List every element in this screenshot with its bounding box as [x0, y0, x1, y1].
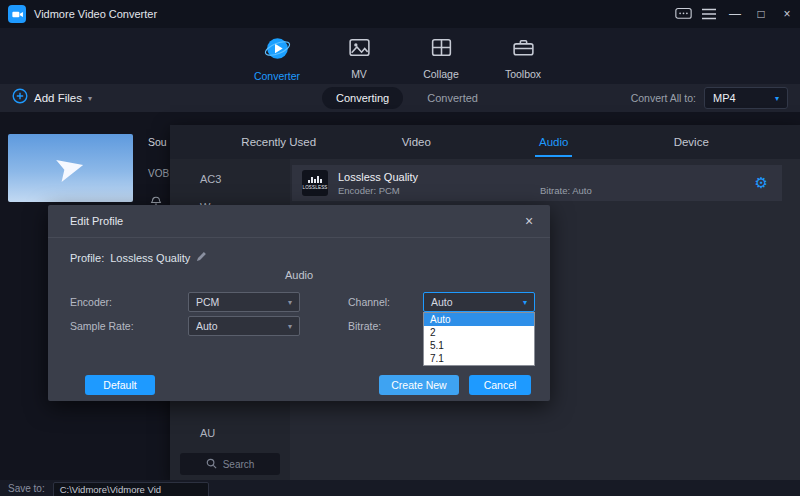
profile-title: Lossless Quality: [338, 171, 418, 183]
sidebar-item[interactable]: AC3: [170, 165, 290, 193]
main-nav: Converter MV Collage Toolbox: [0, 28, 800, 84]
converted-tab[interactable]: Converted: [427, 92, 478, 104]
app-window: Vidmore Video Converter — □ × Converter: [0, 0, 800, 496]
sample-rate-label: Sample Rate:: [70, 316, 134, 336]
channel-options-list: Auto 2 5.1 7.1: [423, 312, 535, 366]
convert-state-toggle: Converting Converted: [322, 87, 478, 109]
chevron-down-icon: ▾: [88, 94, 92, 103]
convert-all-label: Convert All to:: [631, 92, 696, 104]
option-auto[interactable]: Auto: [424, 313, 534, 326]
gear-icon[interactable]: ⚙: [755, 173, 768, 193]
app-logo-icon: [8, 5, 26, 23]
close-button[interactable]: ×: [774, 0, 800, 28]
airplane-image: [52, 150, 88, 186]
converting-tab[interactable]: Converting: [322, 87, 403, 109]
save-path-select[interactable]: C:\Vidmore\Vidmore Vid: [53, 482, 209, 496]
chevron-down-icon: ▾: [523, 298, 527, 307]
tab-audio[interactable]: Audio: [485, 125, 623, 159]
titlebar: Vidmore Video Converter — □ ×: [0, 0, 800, 28]
tab-collage[interactable]: Collage: [412, 35, 470, 84]
profile-bitrate: Bitrate: Auto: [540, 185, 592, 196]
profile-label: Profile:: [70, 252, 104, 264]
nav-label: MV: [351, 68, 367, 80]
add-files-label: Add Files: [34, 92, 82, 104]
convert-all-value: MP4: [713, 92, 775, 104]
dialog-header: Edit Profile ×: [48, 205, 550, 238]
nav-label: Converter: [254, 70, 300, 82]
channel-dropdown[interactable]: Auto ▾: [423, 292, 535, 312]
format-tabs: Recently Used Video Audio Device: [170, 125, 800, 159]
tab-mv[interactable]: MV: [330, 35, 388, 84]
chevron-down-icon: ▾: [288, 322, 292, 331]
option-5-1[interactable]: 5.1: [424, 339, 534, 352]
tab-video[interactable]: Video: [348, 125, 486, 159]
add-files-button[interactable]: Add Files ▾: [12, 88, 92, 108]
file-source-text: Sou: [148, 136, 167, 148]
channel-label: Channel:: [348, 292, 390, 312]
tab-device[interactable]: Device: [623, 125, 761, 159]
close-icon[interactable]: ×: [520, 212, 538, 230]
section-title: Audio: [48, 269, 550, 281]
video-thumbnail: [8, 134, 133, 202]
dialog-title: Edit Profile: [70, 205, 123, 238]
create-new-button[interactable]: Create New: [379, 375, 459, 395]
tab-recently-used[interactable]: Recently Used: [210, 125, 348, 159]
profile-list-item[interactable]: LOSSLESS Lossless Quality Encoder: PCM B…: [292, 165, 782, 201]
default-button[interactable]: Default: [85, 375, 155, 395]
convert-all-select[interactable]: MP4 ▾: [704, 87, 788, 109]
cancel-button[interactable]: Cancel: [469, 375, 531, 395]
encoder-label: Encoder:: [70, 292, 112, 312]
lossless-badge-icon: LOSSLESS: [302, 170, 328, 196]
minimize-button[interactable]: —: [722, 0, 748, 28]
sample-rate-dropdown[interactable]: Auto ▾: [188, 316, 300, 336]
profile-encoder: Encoder: PCM: [338, 185, 418, 196]
mv-icon: [347, 35, 372, 64]
nav-label: Toolbox: [505, 68, 541, 80]
chevron-down-icon: ▾: [288, 298, 292, 307]
search-icon: [206, 455, 217, 473]
search-input[interactable]: Search: [180, 453, 280, 475]
maximize-button[interactable]: □: [748, 0, 774, 28]
tab-toolbox[interactable]: Toolbox: [494, 35, 552, 84]
footer-bar: Save to: C:\Vidmore\Vidmore Vid: [0, 480, 800, 496]
feedback-icon[interactable]: [670, 0, 696, 28]
convert-all-group: Convert All to: MP4 ▾: [631, 87, 788, 109]
chevron-down-icon: ▾: [775, 94, 779, 103]
tab-converter[interactable]: Converter: [248, 35, 306, 84]
edit-profile-dialog: Edit Profile × Profile: Lossless Quality…: [48, 205, 550, 401]
add-icon: [12, 88, 28, 108]
save-to-label: Save to:: [8, 483, 45, 494]
app-title: Vidmore Video Converter: [34, 8, 157, 20]
toolbox-icon: [511, 35, 536, 64]
collage-icon: [429, 35, 454, 64]
badge-label: LOSSLESS: [302, 185, 327, 190]
file-format-text: VOB: [148, 168, 169, 179]
toolbar: Add Files ▾ Converting Converted Convert…: [0, 84, 800, 112]
encoder-dropdown[interactable]: PCM ▾: [188, 292, 300, 312]
search-placeholder: Search: [223, 459, 255, 470]
option-2[interactable]: 2: [424, 326, 534, 339]
profile-name-row: Profile: Lossless Quality: [70, 251, 207, 264]
pencil-icon[interactable]: [196, 251, 207, 264]
window-controls: — □ ×: [670, 0, 800, 28]
option-7-1[interactable]: 7.1: [424, 352, 534, 365]
nav-label: Collage: [423, 68, 459, 80]
profile-value: Lossless Quality: [110, 252, 190, 264]
bitrate-label: Bitrate:: [348, 316, 381, 336]
menu-icon[interactable]: [696, 0, 722, 28]
sidebar-item[interactable]: AU: [170, 419, 290, 447]
main-area: Sou VOB Recently Used Video Audio Device…: [0, 112, 800, 480]
converter-icon: [264, 35, 291, 66]
